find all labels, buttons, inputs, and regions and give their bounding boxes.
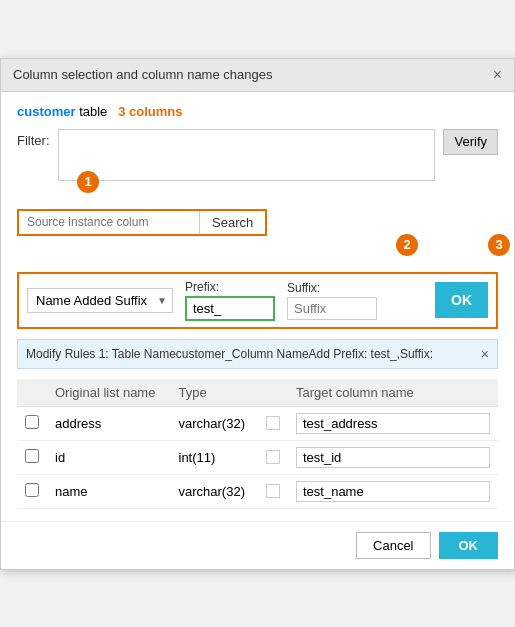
- search-button[interactable]: Search: [199, 211, 265, 234]
- badge-1: 1: [77, 171, 99, 193]
- name-select-wrap: Name Added Suffix Name Only Add Prefix O…: [27, 288, 173, 313]
- prefix-input[interactable]: [185, 296, 275, 321]
- options-row: Name Added Suffix Name Only Add Prefix O…: [17, 272, 498, 329]
- filter-label: Filter:: [17, 129, 50, 148]
- row-target-name-cell: [288, 474, 498, 508]
- target-icon: [266, 450, 280, 464]
- row-type: int(11): [171, 440, 258, 474]
- prefix-group: Prefix:: [185, 280, 275, 321]
- row-original-name: id: [47, 440, 171, 474]
- footer-cancel-button[interactable]: Cancel: [356, 532, 430, 559]
- row-target-icon-cell: [258, 474, 288, 508]
- row-target-icon-cell: [258, 440, 288, 474]
- badge-3: 3: [488, 234, 510, 256]
- row-checkbox-cell: [17, 474, 47, 508]
- footer-ok-button[interactable]: OK: [439, 532, 499, 559]
- suffix-input[interactable]: [287, 297, 377, 320]
- search-input[interactable]: [19, 211, 199, 233]
- row-original-name: name: [47, 474, 171, 508]
- dialog-footer: Cancel OK: [1, 521, 514, 569]
- modify-rules-bar: Modify Rules 1: Table Namecustomer_Colum…: [17, 339, 498, 369]
- dialog-header: Column selection and column name changes…: [1, 59, 514, 92]
- row-target-name-cell: [288, 440, 498, 474]
- target-name-input[interactable]: [296, 481, 490, 502]
- target-icon: [266, 484, 280, 498]
- row-type: varchar(32): [171, 474, 258, 508]
- verify-button[interactable]: Verify: [443, 129, 498, 155]
- prefix-label: Prefix:: [185, 280, 275, 294]
- columns-header-row: Original list name Type Target column na…: [17, 379, 498, 407]
- badge-2: 2: [396, 234, 418, 256]
- table-row: id int(11): [17, 440, 498, 474]
- columns-table-header: Original list name Type Target column na…: [17, 379, 498, 407]
- options-ok-button[interactable]: OK: [435, 282, 488, 318]
- row-checkbox[interactable]: [25, 415, 39, 429]
- col-original-name-header: Original list name: [47, 379, 171, 407]
- suffix-label: Suffix:: [287, 281, 377, 295]
- table-info: customer table 3 columns: [17, 104, 498, 119]
- row-checkbox[interactable]: [25, 449, 39, 463]
- col-target-icon-header: [258, 379, 288, 407]
- column-count: 3 columns: [118, 104, 182, 119]
- row-original-name: address: [47, 406, 171, 440]
- suffix-group: Suffix:: [287, 281, 377, 320]
- filter-textarea[interactable]: [58, 129, 436, 181]
- table-row: address varchar(32): [17, 406, 498, 440]
- dialog-body: customer table 3 columns Filter: Verify …: [1, 92, 514, 521]
- target-icon: [266, 416, 280, 430]
- target-name-input[interactable]: [296, 447, 490, 468]
- modify-rules-text: Modify Rules 1: Table Namecustomer_Colum…: [26, 347, 433, 361]
- search-row: Search: [17, 209, 267, 236]
- row-target-icon-cell: [258, 406, 288, 440]
- dialog: Column selection and column name changes…: [0, 58, 515, 570]
- dialog-close-button[interactable]: ×: [493, 67, 502, 83]
- col-type-header: Type: [171, 379, 258, 407]
- modify-rules-close-button[interactable]: ×: [481, 346, 489, 362]
- search-section: 1 Search: [17, 189, 498, 244]
- dialog-title: Column selection and column name changes: [13, 67, 272, 82]
- columns-table: Original list name Type Target column na…: [17, 379, 498, 509]
- name-added-suffix-select[interactable]: Name Added Suffix Name Only Add Prefix O…: [27, 288, 173, 313]
- col-target-name-header: Target column name: [288, 379, 498, 407]
- target-name-input[interactable]: [296, 413, 490, 434]
- row-type: varchar(32): [171, 406, 258, 440]
- table-row: name varchar(32): [17, 474, 498, 508]
- table-name: customer: [17, 104, 76, 119]
- row-checkbox-cell: [17, 406, 47, 440]
- options-section: 2 3 Name Added Suffix Name Only Add Pref…: [17, 252, 498, 329]
- col-checkbox-header: [17, 379, 47, 407]
- row-checkbox[interactable]: [25, 483, 39, 497]
- row-checkbox-cell: [17, 440, 47, 474]
- columns-table-body: address varchar(32) id int(11): [17, 406, 498, 508]
- row-target-name-cell: [288, 406, 498, 440]
- table-label: table: [79, 104, 107, 119]
